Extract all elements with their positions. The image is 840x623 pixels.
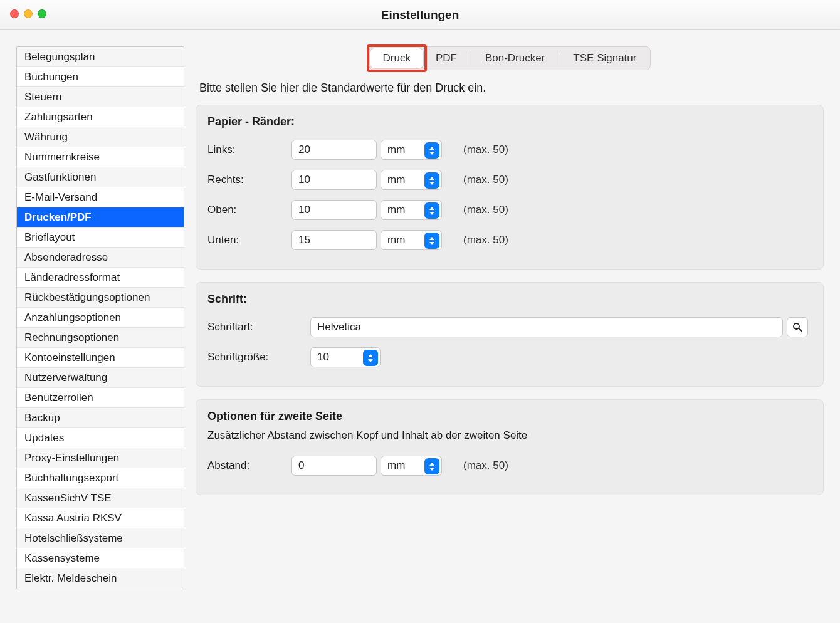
margin-left-unit-select[interactable]: mm — [381, 140, 442, 160]
font-face-input[interactable] — [310, 317, 783, 337]
sidebar-item-kassensysteme[interactable]: Kassensysteme — [17, 548, 184, 568]
sidebar-item-kassa-austria-rksv[interactable]: Kassa Austria RKSV — [17, 508, 184, 528]
margin-row-bottom: Unten: mm (max. 50) — [196, 225, 823, 255]
font-picker-button[interactable] — [787, 317, 808, 337]
sidebar-item-backup[interactable]: Backup — [17, 408, 184, 428]
tab-label: PDF — [436, 52, 457, 65]
sidebar-item-label: Rückbestätigungsoptionen — [24, 291, 150, 304]
margin-row-right: Rechts: mm (max. 50) — [196, 165, 823, 195]
sidebar-item-label: Benutzerrollen — [24, 392, 93, 404]
margin-right-input[interactable] — [291, 170, 377, 190]
font-size-row: Schriftgröße: 10 — [196, 342, 823, 372]
sidebar-item-l-nderadressformat[interactable]: Länderadressformat — [17, 268, 184, 288]
margin-bottom-unit-select[interactable]: mm — [381, 230, 442, 250]
sidebar-item-rechnungsoptionen[interactable]: Rechnungsoptionen — [17, 328, 184, 348]
minimize-window-icon[interactable] — [24, 9, 33, 18]
close-window-icon[interactable] — [10, 9, 19, 18]
font-face-row: Schriftart: — [196, 312, 823, 342]
window-controls — [10, 9, 46, 18]
intro-text: Bitte stellen Sie hier die Standardwerte… — [199, 81, 824, 95]
sidebar-item-belegungsplan[interactable]: Belegungsplan — [17, 47, 184, 67]
margin-bottom-input[interactable] — [291, 230, 377, 250]
sidebar-item-label: Steuern — [24, 91, 62, 103]
sidebar-item-label: Updates — [24, 432, 64, 444]
tabbar: DruckPDFBon-DruckerTSE Signatur — [369, 46, 651, 70]
sidebar-item-nummernkreise[interactable]: Nummernkreise — [17, 147, 184, 167]
sidebar-item-anzahlungsoptionen[interactable]: Anzahlungsoptionen — [17, 308, 184, 328]
sidebar-item-label: E-Mail-Versand — [24, 191, 97, 204]
tab-label: TSE Signatur — [573, 52, 636, 65]
margin-left-input[interactable] — [291, 140, 377, 160]
tab-bon-drucker[interactable]: Bon-Drucker — [473, 48, 557, 68]
tab-tse-signatur[interactable]: TSE Signatur — [560, 48, 649, 68]
sidebar-item-brieflayout[interactable]: Brieflayout — [17, 228, 184, 248]
page2-distance-unit-select[interactable]: mm — [381, 456, 442, 476]
sidebar-item-label: Gastfunktionen — [24, 171, 96, 184]
sidebar-item-w-hrung[interactable]: Währung — [17, 127, 184, 147]
sidebar-item-kontoeinstellungen[interactable]: Kontoeinstellungen — [17, 348, 184, 368]
stepper-icon[interactable] — [424, 202, 439, 219]
sidebar-item-buchungen[interactable]: Buchungen — [17, 67, 184, 87]
sidebar-item-elektr-meldeschein[interactable]: Elektr. Meldeschein — [17, 568, 184, 589]
sidebar-item-label: Kassa Austria RKSV — [24, 512, 122, 525]
stepper-icon[interactable] — [424, 458, 439, 474]
margin-bottom-hint: (max. 50) — [453, 234, 812, 246]
margin-left-label: Links: — [207, 144, 288, 156]
font-size-select[interactable]: 10 — [310, 347, 381, 367]
window-title: Einstellungen — [0, 8, 840, 22]
section-font: Schrift: Schriftart: Schriftgröße: 10 — [196, 282, 824, 387]
sidebar-item-updates[interactable]: Updates — [17, 428, 184, 448]
sidebar-item-kassensichv-tse[interactable]: KassenSichV TSE — [17, 488, 184, 508]
unit-value: mm — [387, 174, 405, 186]
font-title: Schrift: — [196, 283, 823, 312]
font-size-label: Schriftgröße: — [207, 351, 307, 364]
sidebar-item-buchhaltungsexport[interactable]: Buchhaltungsexport — [17, 468, 184, 488]
sidebar-item-label: KassenSichV TSE — [24, 492, 112, 505]
sidebar-item-absenderadresse[interactable]: Absenderadresse — [17, 248, 184, 268]
sidebar-item-label: Backup — [24, 412, 60, 424]
sidebar-item-label: Elektr. Meldeschein — [24, 572, 117, 585]
sidebar-item-proxy-einstellungen[interactable]: Proxy-Einstellungen — [17, 448, 184, 468]
zoom-window-icon[interactable] — [38, 9, 46, 18]
tabbar-container: DruckPDFBon-DruckerTSE Signatur — [196, 46, 824, 70]
stepper-icon[interactable] — [424, 233, 439, 249]
unit-value: mm — [387, 234, 405, 246]
margin-bottom-label: Unten: — [207, 234, 288, 246]
sidebar-item-label: Nutzerverwaltung — [24, 372, 107, 384]
sidebar-item-label: Länderadressformat — [24, 271, 120, 284]
workspace: BelegungsplanBuchungenSteuernZahlungsart… — [0, 30, 840, 605]
page2-distance-input[interactable] — [291, 456, 377, 476]
margin-left-hint: (max. 50) — [453, 144, 812, 156]
margin-right-hint: (max. 50) — [453, 174, 812, 186]
margin-row-top: Oben: mm (max. 50) — [196, 195, 823, 225]
sidebar-item-label: Buchungen — [24, 71, 78, 83]
tab-pdf[interactable]: PDF — [423, 48, 470, 68]
margin-right-label: Rechts: — [207, 174, 288, 186]
margin-top-input[interactable] — [291, 200, 377, 220]
unit-value: mm — [387, 459, 405, 472]
sidebar-item-benutzerrollen[interactable]: Benutzerrollen — [17, 388, 184, 408]
tab-druck[interactable]: Druck — [370, 48, 423, 68]
sidebar-item-drucken-pdf[interactable]: Drucken/PDF — [17, 207, 184, 228]
margin-top-label: Oben: — [207, 204, 288, 216]
sidebar-item-e-mail-versand[interactable]: E-Mail-Versand — [17, 187, 184, 207]
sidebar-item-steuern[interactable]: Steuern — [17, 87, 184, 107]
sidebar-item-r-ckbest-tigungsoptionen[interactable]: Rückbestätigungsoptionen — [17, 288, 184, 308]
sidebar-item-label: Hotelschließsysteme — [24, 532, 123, 545]
sidebar-item-zahlungsarten[interactable]: Zahlungsarten — [17, 107, 184, 127]
stepper-icon[interactable] — [363, 350, 378, 366]
sidebar-item-label: Belegungsplan — [24, 51, 95, 63]
search-icon — [792, 322, 803, 333]
sidebar-item-label: Proxy-Einstellungen — [24, 452, 119, 464]
sidebar-item-label: Zahlungsarten — [24, 111, 93, 123]
tab-label: Druck — [383, 52, 411, 65]
unit-value: mm — [387, 144, 405, 156]
stepper-icon[interactable] — [424, 142, 439, 159]
stepper-icon[interactable] — [424, 172, 439, 189]
sidebar-item-hotelschlie-systeme[interactable]: Hotelschließsysteme — [17, 528, 184, 548]
sidebar-item-nutzerverwaltung[interactable]: Nutzerverwaltung — [17, 368, 184, 388]
sidebar-item-gastfunktionen[interactable]: Gastfunktionen — [17, 167, 184, 187]
margin-top-unit-select[interactable]: mm — [381, 200, 442, 220]
sidebar-item-label: Buchhaltungsexport — [24, 472, 118, 484]
margin-right-unit-select[interactable]: mm — [381, 170, 442, 190]
